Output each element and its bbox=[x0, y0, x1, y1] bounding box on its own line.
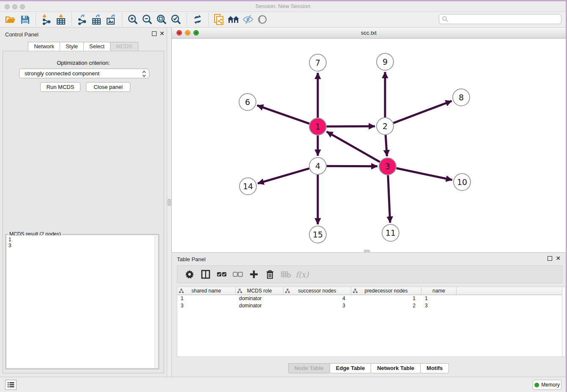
node-14[interactable]: 14 bbox=[239, 178, 256, 195]
export-image-button[interactable] bbox=[104, 13, 118, 26]
memory-button[interactable]: Memory bbox=[533, 380, 561, 390]
unchecked-boxes-icon bbox=[233, 272, 243, 277]
column-header-shared-name[interactable]: shared name bbox=[177, 287, 236, 295]
close-panel-icon[interactable]: ✕ bbox=[160, 30, 165, 37]
hide-selected-button[interactable] bbox=[241, 13, 255, 26]
close-panel-button[interactable]: Close panel bbox=[86, 82, 130, 92]
tab-mcds[interactable]: MCDS bbox=[110, 42, 138, 51]
table-settings-button[interactable] bbox=[182, 267, 198, 282]
edge-2-8[interactable] bbox=[394, 101, 452, 123]
main-toolbar bbox=[0, 12, 566, 28]
mcds-result-scrollbar[interactable] bbox=[154, 235, 158, 368]
task-history-button[interactable] bbox=[5, 380, 17, 390]
node-label: 10 bbox=[457, 177, 467, 187]
table-row[interactable]: 1dominator411 bbox=[177, 295, 562, 302]
zoom-fit-button[interactable] bbox=[154, 13, 169, 26]
table-cell[interactable]: 2 bbox=[351, 302, 421, 309]
tab-select[interactable]: Select bbox=[83, 42, 110, 51]
run-mcds-button[interactable]: Run MCDS bbox=[40, 82, 80, 92]
export-table-button[interactable] bbox=[90, 13, 104, 26]
vertical-splitter-handle[interactable] bbox=[168, 199, 171, 206]
tab-motifs[interactable]: Motifs bbox=[420, 363, 449, 373]
import-network-button[interactable] bbox=[39, 13, 54, 26]
refresh-button[interactable] bbox=[190, 13, 205, 26]
table-cell[interactable]: 3 bbox=[284, 302, 351, 309]
zoom-out-button[interactable] bbox=[140, 13, 154, 26]
toolbar-separator bbox=[187, 13, 187, 26]
tab-network[interactable]: Network bbox=[28, 42, 60, 51]
node-4[interactable]: 4 bbox=[309, 157, 326, 174]
edge-1-2[interactable] bbox=[327, 126, 375, 127]
edge-4-14[interactable] bbox=[258, 168, 309, 183]
edge-4-3[interactable] bbox=[327, 166, 377, 166]
tab-network-table[interactable]: Network Table bbox=[371, 363, 421, 373]
zoom-selected-button[interactable] bbox=[169, 13, 183, 26]
select-all-columns-button[interactable] bbox=[214, 267, 230, 282]
tab-edge-table[interactable]: Edge Table bbox=[330, 363, 371, 373]
columns-icon bbox=[201, 270, 210, 279]
edge-2-3[interactable] bbox=[385, 135, 387, 156]
optimization-criterion-select[interactable]: strongly connected component bbox=[19, 69, 149, 78]
control-panel: Control Panel ✕ NetworkStyleSelectMCDS O… bbox=[0, 28, 167, 377]
node-9[interactable]: 9 bbox=[377, 53, 394, 70]
edge-3-10[interactable] bbox=[396, 168, 452, 180]
session-document-icon bbox=[214, 14, 225, 25]
export-network-button[interactable] bbox=[75, 13, 90, 26]
show-all-button[interactable] bbox=[255, 13, 270, 26]
open-session-button[interactable] bbox=[3, 13, 18, 26]
node-2[interactable]: 2 bbox=[377, 118, 394, 135]
node-1[interactable]: 1 bbox=[309, 118, 326, 135]
column-header-MCDS-role[interactable]: MCDS role bbox=[236, 287, 284, 295]
close-table-panel-icon[interactable]: ✕ bbox=[556, 255, 561, 262]
table-cell[interactable]: 1 bbox=[351, 295, 421, 302]
save-session-button[interactable] bbox=[18, 13, 32, 26]
table-cell[interactable]: dominator bbox=[236, 302, 284, 309]
import-table-button[interactable] bbox=[54, 13, 68, 26]
node-table-rows: 1dominator4113dominator323 bbox=[177, 295, 562, 309]
control-panel-tabs: NetworkStyleSelectMCDS bbox=[0, 42, 167, 51]
column-type-icon bbox=[285, 289, 290, 293]
delete-table-icon bbox=[281, 271, 291, 278]
edge-3-11[interactable] bbox=[388, 175, 390, 223]
table-cell[interactable]: 3 bbox=[177, 302, 236, 309]
table-cell[interactable]: 4 bbox=[284, 295, 351, 302]
deselect-all-columns-button[interactable] bbox=[230, 267, 246, 282]
tab-node-table[interactable]: Node Table bbox=[288, 363, 330, 373]
table-row[interactable]: 3dominator323 bbox=[177, 302, 562, 309]
node-15[interactable]: 15 bbox=[309, 226, 326, 243]
node-3[interactable]: 3 bbox=[379, 158, 396, 175]
node-6[interactable]: 6 bbox=[239, 94, 256, 110]
save-floppy-icon bbox=[20, 15, 30, 25]
memory-status-icon bbox=[534, 383, 539, 387]
search-input[interactable] bbox=[439, 14, 561, 24]
tab-style[interactable]: Style bbox=[60, 42, 84, 51]
node-11[interactable]: 11 bbox=[382, 224, 399, 241]
column-header-successor-nodes[interactable]: successor nodes bbox=[284, 287, 351, 295]
node-10[interactable]: 10 bbox=[454, 174, 471, 190]
table-cell[interactable]: 1 bbox=[421, 295, 457, 302]
table-scrollbar[interactable] bbox=[562, 287, 566, 357]
home-button[interactable] bbox=[226, 13, 241, 26]
table-cell[interactable]: 1 bbox=[177, 295, 236, 302]
mcds-result-text[interactable]: 1 3 bbox=[7, 235, 154, 368]
node-7[interactable]: 7 bbox=[309, 54, 326, 71]
table-panel-tabs: Node TableEdge TableNetwork TableMotifs bbox=[172, 363, 566, 373]
open-session-file-button[interactable] bbox=[212, 13, 226, 26]
edge-3-1[interactable] bbox=[327, 132, 380, 162]
table-cell[interactable]: dominator bbox=[236, 295, 284, 302]
float-panel-icon[interactable] bbox=[152, 31, 157, 36]
toolbar-separator bbox=[72, 13, 72, 26]
edge-1-6[interactable] bbox=[257, 105, 310, 124]
zoom-in-button[interactable] bbox=[126, 13, 140, 26]
node-8[interactable]: 8 bbox=[453, 89, 470, 106]
table-cell[interactable]: 3 bbox=[421, 302, 457, 309]
float-table-panel-icon[interactable] bbox=[548, 256, 552, 261]
delete-column-button[interactable] bbox=[262, 267, 278, 282]
network-canvas[interactable]: 7968124314101511 bbox=[172, 39, 566, 252]
column-header-name[interactable]: name bbox=[421, 287, 457, 295]
column-header-predecessor-nodes[interactable]: predecessor nodes bbox=[351, 287, 421, 295]
add-column-button[interactable] bbox=[246, 267, 262, 282]
export-image-icon bbox=[106, 14, 117, 25]
table-toolbar: f(x) bbox=[177, 265, 562, 283]
show-column-panel-button[interactable] bbox=[198, 267, 214, 282]
